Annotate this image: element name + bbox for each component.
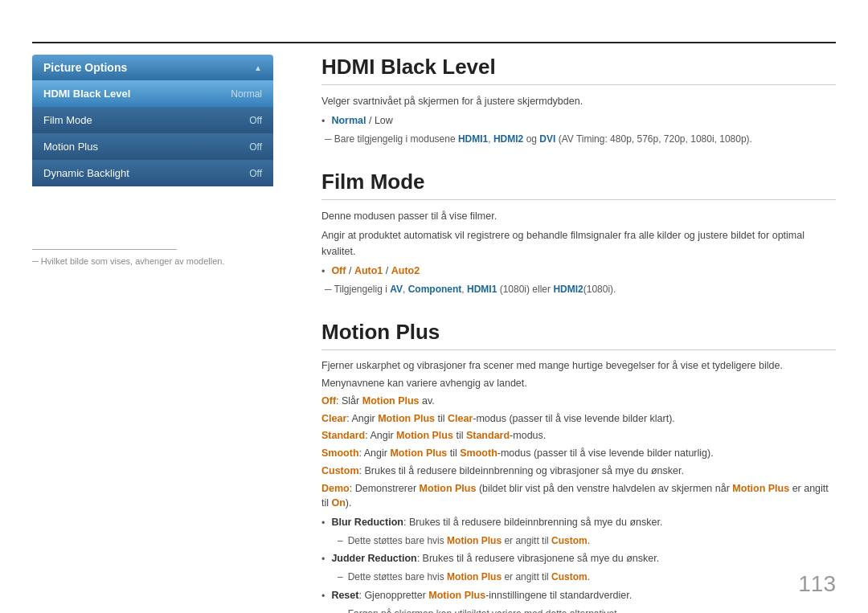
motion-line-2: Menynavnene kan variere avhengig av land… (321, 376, 836, 391)
top-divider (32, 42, 836, 43)
film-auto1-highlight: Auto1 (354, 265, 383, 276)
section-motion-body: Fjerner uskarphet og vibrasjoner fra sce… (321, 358, 836, 613)
section-motion-title: Motion Plus (321, 320, 836, 350)
blur-bullet-dot: • (321, 515, 325, 531)
film-hdmi2-label: HDMI2 (553, 284, 583, 295)
blur-reduction-text: Blur Reduction: Brukes til å redusere bi… (331, 514, 662, 530)
hdmi-bullet-1: • Normal / Low (321, 112, 836, 129)
section-film: Film Mode Denne modusen passer til å vis… (321, 170, 836, 297)
section-motion: Motion Plus Fjerner uskarphet og vibrasj… (321, 320, 836, 613)
judder-reduction-text: Judder Reduction: Brukes til å redusere … (331, 550, 659, 566)
section-hdmi: HDMI Black Level Velger svartnivået på s… (321, 55, 836, 147)
hdmi-para-1: Velger svartnivået på skjermen for å jus… (321, 93, 836, 109)
motion-line-6: Smooth: Angir Motion Plus til Smooth-mod… (321, 446, 836, 461)
menu-item-film-label: Film Mode (43, 114, 92, 126)
film-bullet-text: Off / Auto1 / Auto2 (331, 263, 420, 279)
menu-item-film[interactable]: Film Mode Off (32, 107, 273, 133)
film-off-highlight: Off (331, 265, 346, 276)
section-film-body: Denne modusen passer til å vise filmer. … (321, 208, 836, 297)
motion-line-4: Clear: Angir Motion Plus til Clear-modus… (321, 411, 836, 427)
section-film-title: Film Mode (321, 170, 836, 200)
reset-item: • Reset: Gjenoppretter Motion Plus-innst… (321, 587, 836, 604)
film-para-2: Angir at produktet automatisk vil regist… (321, 227, 836, 260)
section-hdmi-title: HDMI Black Level (321, 55, 836, 85)
motion-line-3: Off: Slår Motion Plus av. (321, 394, 836, 409)
film-bullet-1: • Off / Auto1 / Auto2 (321, 263, 836, 280)
film-bullet-dot-icon: • (321, 264, 325, 280)
film-component-label: Component (408, 284, 462, 295)
motion-line-8: Demo: Demonstrerer Motion Plus (bildet b… (321, 481, 836, 512)
dvi-label: DVI (539, 133, 555, 145)
note-divider (32, 249, 177, 250)
judder-reduction-item: • Judder Reduction: Brukes til å reduser… (321, 550, 836, 567)
section-hdmi-body: Velger svartnivået på skjermen for å jus… (321, 93, 836, 147)
left-note: ─ Hvilket bilde som vises, avhenger av m… (32, 249, 265, 266)
bullet-dot-icon: • (321, 113, 325, 129)
menu-item-hdmi-value: Normal (231, 88, 262, 100)
header-arrow-icon: ▲ (254, 63, 262, 72)
film-av-label: AV (390, 284, 403, 295)
menu-item-hdmi[interactable]: HDMI Black Level Normal (32, 80, 273, 107)
reset-text: Reset: Gjenoppretter Motion Plus-innstil… (331, 587, 632, 603)
left-panel: Picture Options ▲ HDMI Black Level Norma… (32, 55, 273, 186)
film-note-line: ─ Tilgjengelig i AV, Component, HDMI1 (1… (321, 282, 836, 297)
judder-dash: – Dette støttes bare hvis Motion Plus er… (321, 570, 836, 585)
menu-item-motion[interactable]: Motion Plus Off (32, 133, 273, 160)
menu-item-dynamic-label: Dynamic Backlight (43, 167, 129, 179)
right-content: HDMI Black Level Velger svartnivået på s… (321, 55, 836, 613)
note-text: ─ Hvilket bilde som vises, avhenger av m… (32, 256, 265, 266)
judder-bullet-dot: • (321, 551, 325, 567)
picture-options-label: Picture Options (43, 61, 127, 74)
menu-item-motion-value: Off (249, 141, 262, 153)
blur-dash: – Dette støttes bare hvis Motion Plus er… (321, 533, 836, 549)
reset-dash-1: – Fargen på skjermen kan utilsiktet vari… (321, 607, 836, 614)
hdmi-low-text: Low (375, 115, 393, 126)
menu-item-dynamic[interactable]: Dynamic Backlight Off (32, 160, 273, 186)
film-auto2-highlight: Auto2 (391, 265, 420, 276)
menu-item-film-value: Off (249, 115, 262, 126)
hdmi-note-line: ─ Bare tilgjengelig i modusene HDMI1, HD… (321, 132, 836, 147)
menu-item-motion-label: Motion Plus (43, 141, 98, 153)
menu-item-hdmi-label: HDMI Black Level (43, 88, 130, 100)
film-para-1: Denne modusen passer til å vise filmer. (321, 208, 836, 224)
motion-line-5: Standard: Angir Motion Plus til Standard… (321, 428, 836, 443)
page-number: 113 (798, 571, 836, 597)
motion-line-7: Custom: Brukes til å redusere bildeinnbr… (321, 464, 836, 479)
motion-line-1: Fjerner uskarphet og vibrasjoner fra sce… (321, 358, 836, 374)
hdmi1-label: HDMI1 (458, 133, 488, 145)
menu-item-dynamic-value: Off (249, 168, 262, 179)
picture-options-header: Picture Options ▲ (32, 55, 273, 80)
blur-reduction-item: • Blur Reduction: Brukes til å redusere … (321, 514, 836, 531)
film-hdmi1-label: HDMI1 (467, 284, 497, 295)
hdmi2-label: HDMI2 (493, 133, 523, 145)
reset-bullet-dot: • (321, 588, 325, 604)
hdmi-normal-highlight: Normal (331, 115, 366, 126)
hdmi-bullet-text: Normal / Low (331, 112, 392, 129)
